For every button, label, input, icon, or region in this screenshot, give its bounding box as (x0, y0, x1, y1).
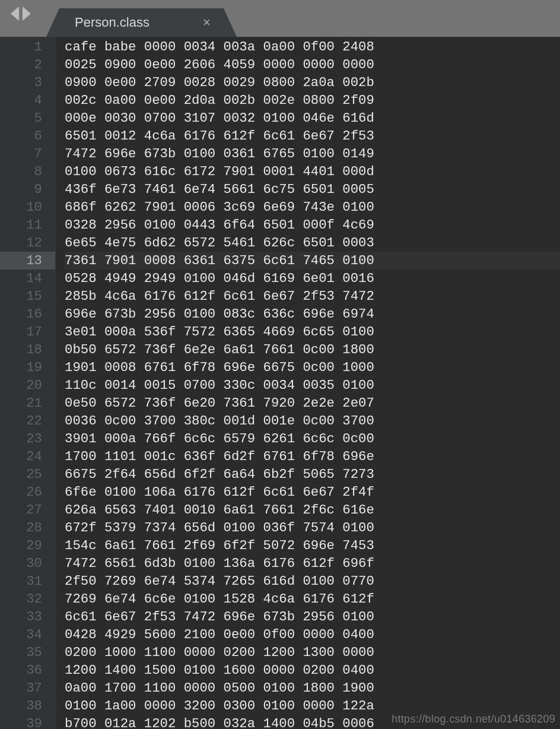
watermark-text: https://blog.csdn.net/u014636209 (392, 713, 555, 725)
code-line: 0900 0e00 2709 0028 0029 0800 2a0a 002b (65, 74, 560, 91)
code-line: 3901 000a 766f 6c6c 6579 6261 6c6c 0c00 (65, 430, 560, 448)
code-line: 0200 1000 1100 0000 0200 1200 1300 0000 (65, 644, 560, 661)
line-number: 17 (0, 323, 42, 341)
code-line: 285b 4c6a 6176 612f 6c61 6e67 2f53 7472 (65, 287, 560, 305)
code-line: 0a00 1700 1100 0000 0500 0100 1800 1900 (65, 679, 560, 697)
close-icon[interactable]: × (203, 15, 211, 30)
line-number: 23 (0, 430, 42, 448)
line-number: 38 (0, 697, 42, 715)
code-line: 7361 7901 0008 6361 6375 6c61 7465 0100 (65, 252, 560, 270)
line-number: 24 (0, 448, 42, 465)
code-line: 0100 0673 616c 6172 7901 0001 4401 000d (65, 163, 560, 180)
code-line: 3e01 000a 536f 7572 6365 4669 6c65 0100 (65, 323, 560, 341)
code-line: 696e 673b 2956 0100 083c 636c 696e 6974 (65, 305, 560, 323)
code-line: 0036 0c00 3700 380c 001d 001e 0c00 3700 (65, 412, 560, 430)
line-number: 39 (0, 715, 42, 729)
code-line: 002c 0a00 0e00 2d0a 002b 002e 0800 2f09 (65, 91, 560, 109)
line-number: 30 (0, 554, 42, 572)
code-line: 7269 6e74 6c6e 0100 1528 4c6a 6176 612f (65, 590, 560, 608)
code-line: 436f 6e73 7461 6e74 5661 6c75 6501 0005 (65, 180, 560, 198)
line-number: 11 (0, 216, 42, 234)
line-number: 27 (0, 501, 42, 519)
line-number: 2 (0, 56, 42, 74)
line-number: 15 (0, 287, 42, 305)
line-number: 33 (0, 608, 42, 626)
line-number: 6 (0, 127, 42, 145)
code-line: 154c 6a61 7661 2f69 6f2f 5072 696e 7453 (65, 537, 560, 554)
line-number: 20 (0, 376, 42, 394)
line-number: 18 (0, 341, 42, 359)
code-line: 686f 6262 7901 0006 3c69 6e69 743e 0100 (65, 198, 560, 216)
line-number: 4 (0, 91, 42, 109)
code-line: 0428 4929 5600 2100 0e00 0f00 0000 0400 (65, 626, 560, 644)
code-line: 6f6e 0100 106a 6176 612f 6c61 6e67 2f4f (65, 483, 560, 501)
line-number: 28 (0, 519, 42, 537)
line-number: 14 (0, 270, 42, 287)
line-number: 29 (0, 537, 42, 554)
code-line: 6c61 6e67 2f53 7472 696e 673b 2956 0100 (65, 608, 560, 626)
line-number: 36 (0, 661, 42, 679)
code-line: 0e50 6572 736f 6e20 7361 7920 2e2e 2e07 (65, 394, 560, 412)
code-line: 6675 2f64 656d 6f2f 6a64 6b2f 5065 7273 (65, 465, 560, 483)
line-number: 35 (0, 644, 42, 661)
line-number: 9 (0, 180, 42, 198)
line-number: 37 (0, 679, 42, 697)
code-line: 7472 696e 673b 0100 0361 6765 0100 0149 (65, 145, 560, 163)
line-number: 7 (0, 145, 42, 163)
code-line: 7472 6561 6d3b 0100 136a 6176 612f 696f (65, 554, 560, 572)
code-line: 6e65 4e75 6d62 6572 5461 626c 6501 0003 (65, 234, 560, 252)
line-number: 10 (0, 198, 42, 216)
nav-back-icon[interactable] (11, 7, 19, 21)
code-line: 672f 5379 7374 656d 0100 036f 7574 0100 (65, 519, 560, 537)
line-number: 5 (0, 109, 42, 127)
line-number: 19 (0, 359, 42, 376)
code-line: 626a 6563 7401 0010 6a61 7661 2f6c 616e (65, 501, 560, 519)
line-number: 8 (0, 163, 42, 180)
code-line: cafe babe 0000 0034 003a 0a00 0f00 2408 (65, 38, 560, 56)
tab-bar: Person.class × (0, 0, 560, 37)
line-number: 22 (0, 412, 42, 430)
line-number: 31 (0, 572, 42, 590)
editor-area: 1234567891011121314151617181920212223242… (0, 37, 560, 729)
code-line: 0025 0900 0e00 2606 4059 0000 0000 0000 (65, 56, 560, 74)
code-line: 0328 2956 0100 0443 6f64 6501 000f 4c69 (65, 216, 560, 234)
line-number: 25 (0, 465, 42, 483)
line-number: 1 (0, 38, 42, 56)
tab-person-class[interactable]: Person.class × (59, 8, 224, 37)
line-number: 21 (0, 394, 42, 412)
code-line: 110c 0014 0015 0700 330c 0034 0035 0100 (65, 376, 560, 394)
nav-arrows (0, 0, 42, 37)
code-line: 2f50 7269 6e74 5374 7265 616d 0100 0770 (65, 572, 560, 590)
nav-forward-icon[interactable] (23, 7, 31, 21)
code-line: 000e 0030 0700 3107 0032 0100 046e 616d (65, 109, 560, 127)
code-line: 6501 0012 4c6a 6176 612f 6c61 6e67 2f53 (65, 127, 560, 145)
line-number: 13 (0, 252, 55, 270)
code-line: 0100 1a00 0000 3200 0300 0100 0000 122a (65, 697, 560, 715)
line-number: 32 (0, 590, 42, 608)
code-content[interactable]: cafe babe 0000 0034 003a 0a00 0f00 24080… (56, 37, 560, 729)
line-number: 26 (0, 483, 42, 501)
tab-title: Person.class (75, 15, 149, 30)
code-line: 0528 4949 2949 0100 046d 6169 6e01 0016 (65, 270, 560, 287)
code-line: 1200 1400 1500 0100 1600 0000 0200 0400 (65, 661, 560, 679)
code-line: 1700 1101 001c 636f 6d2f 6761 6f78 696e (65, 448, 560, 465)
line-number: 34 (0, 626, 42, 644)
line-number-gutter: 1234567891011121314151617181920212223242… (0, 37, 56, 729)
line-number: 16 (0, 305, 42, 323)
line-number: 3 (0, 74, 42, 91)
line-number: 12 (0, 234, 42, 252)
code-line: 1901 0008 6761 6f78 696e 6675 0c00 1000 (65, 359, 560, 376)
code-line: 0b50 6572 736f 6e2e 6a61 7661 0c00 1800 (65, 341, 560, 359)
